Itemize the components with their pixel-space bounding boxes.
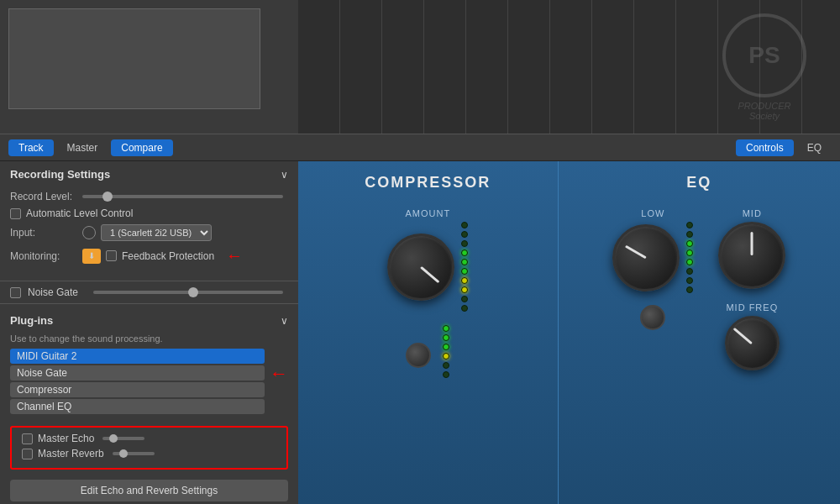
eq-mid-freq-knob[interactable] <box>725 316 780 370</box>
plugins-red-arrow: ← <box>270 363 288 385</box>
timeline-cell <box>298 0 340 134</box>
watermark-logo: PS <box>722 13 806 97</box>
input-select[interactable]: 1 (Scarlett 2i2 USB) <box>101 224 212 241</box>
automatic-level-label: Automatic Level Control <box>26 207 133 219</box>
recording-settings-body: Record Level: Automatic Level Control In… <box>0 187 298 277</box>
compressor-amount-knob[interactable] <box>387 234 454 301</box>
input-circle-btn[interactable] <box>82 226 96 239</box>
divider-2 <box>0 303 298 304</box>
eq-mid-freq-indicator <box>733 327 753 344</box>
timeline-cell <box>550 0 592 134</box>
record-level-slider[interactable] <box>82 195 283 198</box>
track-box <box>8 8 260 109</box>
master-reverb-thumb <box>119 449 128 458</box>
plugins-header[interactable]: Plug-ins ∨ <box>0 307 298 333</box>
recording-settings-chevron: ∨ <box>281 169 288 181</box>
tab-controls[interactable]: Controls <box>736 139 794 156</box>
master-reverb-label: Master Reverb <box>38 448 104 459</box>
noise-gate-checkbox[interactable] <box>10 287 21 298</box>
compressor-bottom-area <box>406 325 449 378</box>
plugin-item-midi-guitar[interactable]: MIDI Guitar 2 <box>10 349 265 364</box>
timeline-area: PS PRODUCERSociety <box>298 0 840 134</box>
master-echo-label: Master Echo <box>38 433 94 444</box>
eq-led-6 <box>686 268 693 275</box>
input-label: Input: <box>10 227 77 239</box>
monitoring-row: Monitoring: ⬇ Feedback Protection ← <box>10 246 288 265</box>
plugin-item-channel-eq[interactable]: Channel EQ <box>10 399 265 414</box>
timeline-cell <box>466 0 508 134</box>
led-1 <box>461 222 468 228</box>
bottom-led-5 <box>443 362 449 369</box>
feedback-protection-label: Feedback Protection <box>122 250 214 262</box>
divider-1 <box>0 281 298 281</box>
noise-gate-slider[interactable] <box>93 291 283 294</box>
record-level-thumb <box>102 192 113 202</box>
compressor-section: COMPRESSOR AMOUNT <box>298 161 559 504</box>
bottom-led-3 <box>443 344 449 350</box>
timeline-cell <box>634 0 676 134</box>
main-content: Recording Settings ∨ Record Level: Autom… <box>0 161 840 504</box>
noise-gate-label: Noise Gate <box>28 286 78 298</box>
tab-eq[interactable]: EQ <box>797 139 832 156</box>
tab-right-group: Controls EQ <box>736 139 832 156</box>
monitoring-icon[interactable]: ⬇ <box>82 249 101 264</box>
led-6 <box>461 268 468 275</box>
automatic-level-row: Automatic Level Control <box>10 207 288 219</box>
master-reverb-row: Master Reverb <box>22 448 276 459</box>
eq-low-knob[interactable] <box>612 224 680 291</box>
led-4 <box>461 249 468 256</box>
feedback-protection-checkbox[interactable] <box>106 250 117 261</box>
right-panel: COMPRESSOR AMOUNT <box>298 161 840 504</box>
led-3 <box>461 240 468 247</box>
watermark: PS PRODUCERSociety <box>706 8 823 126</box>
bottom-led-4 <box>443 353 449 360</box>
master-echo-checkbox[interactable] <box>22 433 33 444</box>
eq-low-group: LOW <box>612 208 693 370</box>
master-reverb-slider[interactable] <box>113 452 155 455</box>
watermark-text: PRODUCERSociety <box>738 101 791 121</box>
plugins-title: Plug-ins <box>10 314 53 327</box>
tab-track[interactable]: Track <box>8 139 54 156</box>
master-echo-slider[interactable] <box>102 437 144 440</box>
tab-master[interactable]: Master <box>57 139 108 156</box>
eq-led-1 <box>686 222 693 228</box>
left-panel: Recording Settings ∨ Record Level: Autom… <box>0 161 298 504</box>
monitoring-red-arrow: ← <box>226 246 243 265</box>
monitoring-label: Monitoring: <box>10 250 77 262</box>
plugins-section: Use to change the sound processing. MIDI… <box>0 333 298 421</box>
master-echo-thumb <box>109 434 118 443</box>
led-9 <box>461 296 468 302</box>
master-section: Master Echo Master Reverb <box>10 426 288 470</box>
eq-mid-group: MID MID FREQ <box>718 208 785 370</box>
compressor-small-knob[interactable] <box>406 343 431 368</box>
edit-echo-reverb-button[interactable]: Edit Echo and Reverb Settings <box>10 480 288 501</box>
plugin-item-noise-gate[interactable]: Noise Gate <box>10 365 265 381</box>
eq-mid-freq-label: MID FREQ <box>726 302 778 312</box>
tab-compare[interactable]: Compare <box>111 139 172 156</box>
eq-led-4 <box>686 249 693 256</box>
plugins-description: Use to change the sound processing. <box>10 333 265 344</box>
automatic-level-checkbox[interactable] <box>10 208 21 219</box>
plugins-chevron: ∨ <box>281 315 288 327</box>
eq-low-led <box>686 222 693 293</box>
record-level-row: Record Level: <box>10 191 288 202</box>
tab-bar: Track Master Compare Controls EQ <box>0 134 840 161</box>
eq-low-small-knob[interactable] <box>640 305 665 330</box>
timeline-cell <box>592 0 634 134</box>
noise-gate-row: Noise Gate <box>0 286 298 298</box>
eq-section: EQ LOW <box>559 161 840 504</box>
top-area: PS PRODUCERSociety <box>0 0 840 134</box>
master-reverb-checkbox[interactable] <box>22 449 33 459</box>
plugin-item-compressor[interactable]: Compressor <box>10 382 265 397</box>
eq-mid-knob[interactable] <box>718 222 785 289</box>
recording-settings-header[interactable]: Recording Settings ∨ <box>0 161 298 187</box>
eq-low-knob-indicator <box>625 244 647 259</box>
led-2 <box>461 231 468 238</box>
noise-gate-thumb <box>188 287 198 297</box>
led-8 <box>461 286 468 293</box>
compressor-bottom-led <box>443 325 449 378</box>
eq-led-2 <box>686 231 693 238</box>
compressor-knob-indicator <box>420 265 439 282</box>
eq-top-row: LOW <box>575 208 823 370</box>
master-echo-row: Master Echo <box>22 433 276 444</box>
